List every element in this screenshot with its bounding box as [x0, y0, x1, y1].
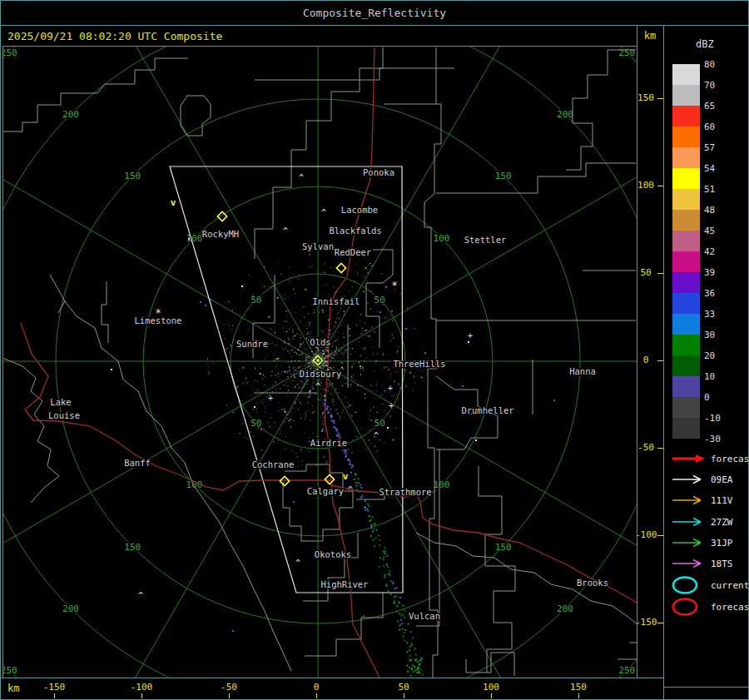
radar-echo-pixel — [380, 395, 382, 395]
radar-echo-pixel — [345, 383, 346, 384]
radar-echo-pixel — [296, 371, 297, 372]
radar-echo-pixel — [280, 433, 280, 434]
streak-echo-pixel — [404, 629, 406, 631]
radar-echo-pixel — [251, 385, 252, 386]
radar-echo-pixel — [284, 421, 285, 422]
radar-echo-pixel — [374, 331, 375, 333]
radar-echo-pixel — [270, 417, 271, 419]
radar-echo-pixel — [340, 325, 342, 326]
radar-echo-pixel — [344, 352, 345, 353]
radar-echo-pixel — [270, 328, 271, 330]
radar-echo-pixel — [367, 280, 368, 281]
colorbar-tick-label: 36 — [704, 288, 715, 299]
radar-echo-pixel — [302, 357, 303, 358]
radar-echo-pixel — [324, 389, 325, 390]
radar-echo-pixel — [290, 282, 291, 283]
radar-echo-pixel — [319, 380, 320, 380]
radar-echo-pixel — [376, 384, 377, 385]
radar-echo-pixel — [374, 364, 375, 365]
radar-echo-pixel — [280, 274, 282, 275]
radar-echo-pixel — [367, 302, 368, 304]
radar-echo-pixel — [285, 348, 285, 349]
track-arrow-icon — [671, 473, 706, 486]
radar-echo-pixel — [325, 350, 326, 352]
radar-echo-pixel — [262, 378, 263, 379]
radar-echo-pixel — [324, 285, 325, 285]
city-label: Brooks — [577, 578, 608, 588]
radar-echo-pixel — [340, 362, 342, 363]
radar-echo-pixel — [304, 385, 305, 386]
radar-echo-pixel — [247, 439, 249, 439]
radar-echo-pixel — [332, 399, 333, 400]
spot-marker-caret: ^ — [295, 559, 300, 568]
radar-echo-pixel — [283, 349, 285, 350]
radar-echo-pixel — [292, 330, 293, 330]
radar-echo-pixel — [290, 350, 291, 351]
radar-echo-pixel — [337, 413, 338, 414]
range-ring-label: 250 — [2, 47, 17, 58]
radar-echo-pixel — [271, 371, 273, 372]
city-label: Blackfalds — [329, 226, 381, 236]
radar-echo-pixel — [300, 337, 301, 338]
radar-echo-pixel — [407, 310, 408, 311]
radar-echo-pixel — [307, 411, 308, 412]
radar-echo-pixel — [401, 322, 402, 323]
radar-echo-pixel — [335, 340, 335, 341]
streak-echo-pixel — [420, 658, 422, 660]
radar-echo-pixel — [309, 358, 310, 359]
radar-echo-pixel — [325, 360, 325, 361]
radar-app: Composite_Reflectivity 2025/09/21 08:02:… — [0, 0, 749, 700]
radar-echo-pixel — [305, 357, 307, 358]
radar-echo-pixel — [326, 355, 327, 357]
colorbar-tick-label: 20 — [704, 350, 715, 361]
radar-echo-pixel — [374, 427, 374, 428]
radar-echo-pixel — [318, 350, 319, 351]
boundary-line — [618, 643, 637, 659]
radar-echo-pixel — [350, 354, 351, 355]
radar-echo-pixel — [336, 349, 337, 350]
radar-echo-pixel — [370, 309, 371, 310]
radar-echo-pixel — [272, 385, 273, 386]
radar-echo-pixel — [296, 385, 298, 385]
radar-echo-pixel — [305, 414, 306, 415]
radar-echo-pixel — [290, 426, 291, 428]
radar-echo-pixel — [357, 272, 358, 274]
radar-echo-pixel — [395, 316, 397, 317]
radar-echo-pixel — [307, 384, 308, 385]
radar-echo-pixel — [369, 265, 370, 266]
radar-echo-pixel — [322, 415, 323, 415]
v-marker: v — [171, 197, 176, 208]
radar-echo-pixel — [324, 362, 325, 364]
radar-echo-pixel — [296, 354, 297, 355]
radar-echo-pixel — [256, 380, 257, 381]
bottom-axis-tick — [316, 693, 317, 698]
radar-echo-pixel — [344, 310, 345, 312]
radar-echo-pixel — [315, 365, 315, 365]
streak-echo-pixel — [399, 613, 400, 614]
radar-echo-pixel — [325, 349, 327, 350]
radar-echo-pixel — [320, 397, 321, 398]
streak-echo-pixel — [395, 596, 397, 598]
radar-echo-pixel — [325, 356, 325, 357]
radar-echo-pixel — [321, 395, 322, 396]
radar-echo-pixel — [295, 377, 295, 378]
radar-echo-pixel — [415, 382, 416, 383]
radar-echo-pixel — [250, 395, 251, 396]
radar-echo-pixel — [341, 412, 342, 413]
radar-echo-pixel — [305, 366, 305, 367]
radar-echo-pixel — [310, 360, 310, 362]
radar-echo-pixel — [324, 395, 325, 397]
radar-echo-pixel — [267, 355, 268, 356]
streak-echo-pixel — [402, 628, 404, 630]
streak-echo-pixel — [399, 597, 401, 598]
colorbar-swatch — [672, 210, 700, 231]
streak-echo-pixel — [355, 482, 357, 484]
radar-echo-pixel — [390, 375, 391, 375]
streak-echo-pixel — [384, 547, 385, 549]
radar-echo-pixel — [323, 347, 324, 348]
radar-map-canvas[interactable]: 5050505010010010010015015015015020020020… — [2, 47, 637, 678]
streak-echo-pixel — [369, 515, 370, 517]
radar-map[interactable]: 5050505010010010010015015015015020020020… — [2, 47, 637, 678]
map-border-right — [637, 25, 637, 678]
radar-echo-pixel — [320, 394, 321, 395]
